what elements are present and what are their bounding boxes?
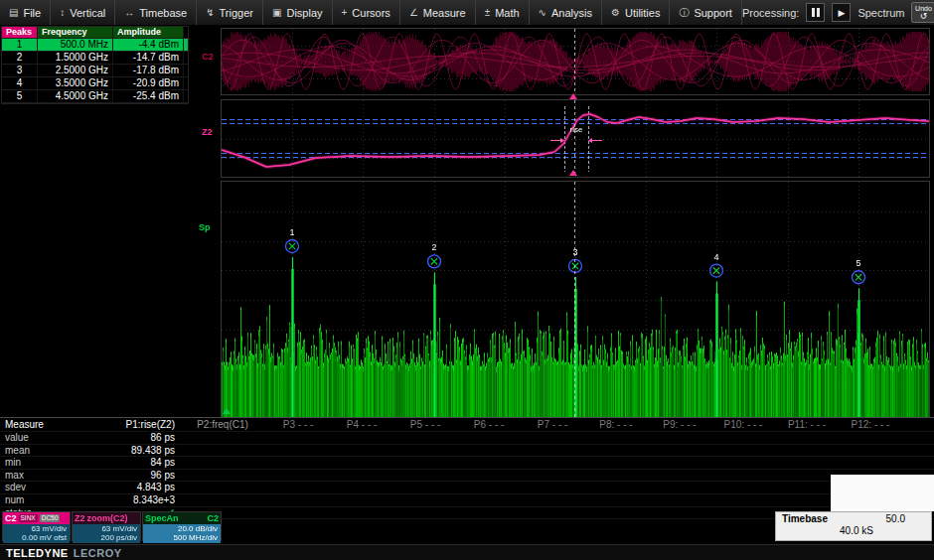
measure-value-p9 [648,507,711,519]
pause-button[interactable] [806,3,825,22]
menu-item-support[interactable]: ⓘSupport [670,0,742,25]
menu-item-cursors[interactable]: +Cursors [333,0,400,25]
measure-value-p11 [775,494,839,506]
measure-column-p7[interactable]: P7 - - - [521,418,584,431]
specan-name: SpecAn [145,513,179,523]
measure-column-p2[interactable]: P2:freq(C1) [179,418,266,431]
z2-zoom-canvas [222,100,929,177]
c2-channel-descriptor[interactable]: C2 SINX DC50 63 mV/div 0.00 mV ofst [2,511,71,541]
menu-item-math[interactable]: ±Math [476,0,530,25]
peak-row-2[interactable]: 21.5000 GHz-14.7 dBm [2,52,188,65]
measure-column-p5[interactable]: P5 - - - [393,418,457,431]
menu-item-analysis[interactable]: ∿Analysis [530,0,602,25]
peak-number: 4 [2,77,38,89]
measure-value-p10 [711,457,775,469]
z2-zoom-descriptor[interactable]: Z2 zoom(C2) 63 mV/div 200 ps/div [72,511,141,541]
undo-button[interactable]: Undo ↺ [911,2,934,23]
peak-frequency: 2.5000 GHz [38,65,113,76]
measure-column-p12[interactable]: P12: - - - [839,418,902,431]
measure-value-p3 [266,457,330,469]
menu-item-file[interactable]: ▤File [0,0,51,25]
play-icon: ▶ [838,8,845,18]
menu-right-cluster: Processing: ▶ Spectrum Undo ↺ [742,0,934,25]
peaks-header-frequency: Frequency [38,27,113,38]
measure-row-label: num [0,494,94,506]
measure-value-p1: 8.343e+3 [94,494,179,506]
measure-row-num: num8.343e+3 [0,494,934,507]
utilities-icon: ⚙ [611,7,620,18]
trigger-position-marker[interactable] [569,93,577,99]
c2-channel-label[interactable]: C2 [202,52,214,62]
peak-amplitude: -4.4 dBm [113,39,184,51]
measure-value-p7 [521,432,584,444]
measure-value-p3 [266,507,330,519]
processing-mode-label: Spectrum [857,7,904,19]
peak-number: 2 [2,52,38,64]
measure-column-p9[interactable]: P9: - - - [648,418,711,431]
spectrum-reference-marker[interactable] [223,408,231,414]
menu-item-label: Support [694,7,732,19]
peak-row-4[interactable]: 43.5000 GHz-20.9 dBm [2,77,188,90]
support-icon: ⓘ [679,6,689,20]
timebase-descriptor[interactable]: Timebase 50.0 40.0 kS [775,511,932,541]
dc50-badge: DC50 [40,514,61,522]
measure-column-p3[interactable]: P3 - - - [266,418,330,431]
specan-descriptor-header: SpecAn C2 [143,512,221,524]
measure-value-p7 [521,470,584,482]
blank-white-panel [831,475,934,511]
specan-descriptor[interactable]: SpecAn C2 20.0 dB/div 500 MHz/div [142,511,222,541]
measure-value-p6 [457,507,521,519]
z2-channel-label[interactable]: Z2 [202,127,213,137]
measure-value-p9 [648,432,711,444]
menu-item-label: File [23,7,41,19]
menu-item-trigger[interactable]: ↯Trigger [197,0,263,25]
peaks-table: PeaksFrequencyAmplitude1500.0 MHz-4.4 dB… [1,26,189,104]
measure-value-p10 [711,445,775,457]
measure-value-p4 [330,507,393,519]
vertical-arrows-icon: ↕ [60,7,65,18]
menu-item-timebase[interactable]: ↔Timebase [115,0,197,25]
peak-row-3[interactable]: 32.5000 GHz-17.8 dBm [2,65,188,77]
brand-bar: TELEDYNE LECROY [0,544,934,560]
peak-number: 1 [2,39,38,51]
c2-waveform-canvas [222,29,929,94]
measure-value-p5 [393,457,457,469]
measure-row-max: max96 ps [0,470,934,483]
peak-row-5[interactable]: 54.5000 GHz-25.4 dBm [2,90,188,103]
menu-item-label: Measure [423,7,466,19]
measure-value-p6 [457,494,521,506]
measure-column-p10[interactable]: P10: - - - [711,418,775,431]
measure-header-row: MeasureP1:rise(Z2)P2:freq(C1)P3 - - -P4 … [0,418,934,432]
peaks-header-amplitude: Amplitude [113,27,184,38]
measure-value-p4 [330,470,393,482]
measure-value-p2 [179,482,266,493]
timebase-value1: 50.0 [886,513,905,524]
measure-row-spacer [902,445,934,457]
measure-value-p3 [266,445,330,457]
peak-frequency: 500.0 MHz [38,39,113,51]
trigger-position-marker[interactable] [569,170,577,176]
menu-item-vertical[interactable]: ↕Vertical [51,0,115,25]
measure-column-p4[interactable]: P4 - - - [330,418,393,431]
measure-value-p3 [266,432,330,444]
c2-waveform-panel[interactable] [221,28,930,95]
play-button[interactable]: ▶ [832,3,851,22]
measure-row-min: min84 ps [0,457,934,470]
brand-lecroy: LECROY [74,547,122,559]
display-icon: ▣ [272,7,281,18]
peak-row-1[interactable]: 1500.0 MHz-4.4 dBm [2,39,188,52]
measure-column-p6[interactable]: P6 - - - [457,418,521,431]
specan-channel-label[interactable]: Sp [199,222,211,232]
measure-column-p11[interactable]: P11: - - - [775,418,839,431]
menu-item-measure[interactable]: ∠Measure [400,0,476,25]
measure-value-p11 [775,470,839,482]
measure-value-p3 [266,470,330,482]
menu-item-display[interactable]: ▣Display [263,0,333,25]
measure-value-p10 [711,507,775,519]
measure-value-p4 [330,457,393,469]
measure-column-p1[interactable]: P1:rise(Z2) [94,418,179,431]
menu-item-utilities[interactable]: ⚙Utilities [602,0,670,25]
spectrum-panel[interactable] [221,181,930,419]
measure-column-p8[interactable]: P8: - - - [584,418,648,431]
z2-zoom-panel[interactable] [221,99,930,178]
